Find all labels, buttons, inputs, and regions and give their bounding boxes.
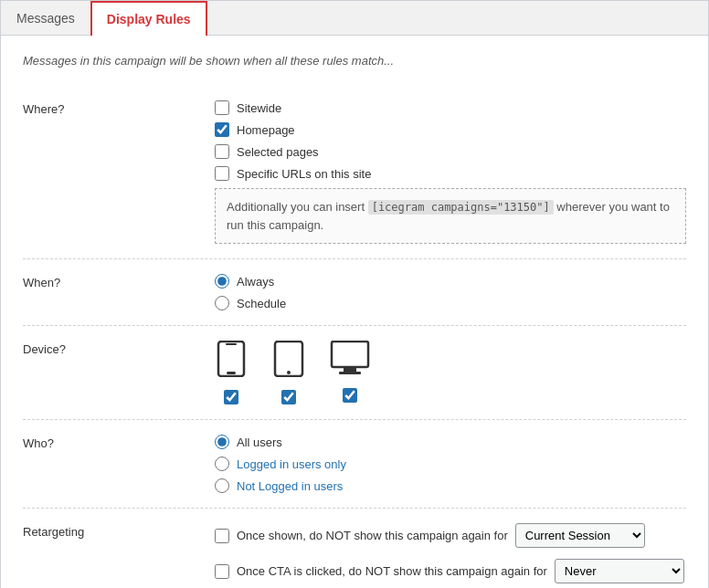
page-wrapper: Messages Display Rules Messages in this … bbox=[0, 0, 709, 588]
schedule-label[interactable]: Schedule bbox=[237, 297, 286, 310]
section-when: When? Always Schedule bbox=[23, 259, 686, 326]
who-option-not-logged-in: Not Logged in users bbox=[215, 478, 686, 493]
always-radio[interactable] bbox=[215, 274, 229, 289]
tabs-bar: Messages Display Rules bbox=[1, 1, 708, 36]
svg-rect-1 bbox=[227, 372, 236, 374]
section-who: Who? All users Logged in users only Not … bbox=[23, 420, 686, 509]
where-label: Where? bbox=[23, 100, 215, 244]
info-code: [icegram campaigns="13150"] bbox=[368, 200, 554, 215]
svg-rect-0 bbox=[218, 341, 244, 376]
specific-urls-label[interactable]: Specific URLs on this site bbox=[237, 167, 371, 181]
where-option-homepage: Homepage bbox=[215, 122, 686, 137]
retarget-1-label[interactable]: Once shown, do NOT show this campaign ag… bbox=[237, 529, 508, 542]
when-option-always: Always bbox=[215, 274, 686, 289]
sitewide-label[interactable]: Sitewide bbox=[237, 101, 281, 115]
all-users-radio[interactable] bbox=[215, 435, 229, 449]
mobile-icon bbox=[215, 341, 248, 384]
desktop-icon bbox=[330, 341, 370, 383]
svg-rect-2 bbox=[226, 343, 237, 345]
tab-display-rules[interactable]: Display Rules bbox=[90, 1, 207, 36]
device-tablet bbox=[273, 341, 304, 404]
svg-point-4 bbox=[287, 371, 291, 374]
device-controls bbox=[215, 341, 686, 404]
device-icons-row bbox=[215, 341, 686, 404]
when-option-schedule: Schedule bbox=[215, 296, 686, 310]
svg-rect-5 bbox=[332, 341, 368, 367]
where-option-specific-urls: Specific URLs on this site bbox=[215, 166, 686, 181]
retarget-2-select[interactable]: Never Current Session 1 Day 1 Week 1 Mon… bbox=[555, 559, 684, 583]
logged-in-radio[interactable] bbox=[215, 457, 229, 471]
always-label[interactable]: Always bbox=[237, 275, 274, 289]
device-mobile bbox=[215, 341, 248, 404]
specific-urls-checkbox[interactable] bbox=[215, 166, 229, 181]
device-label: Device? bbox=[23, 341, 215, 404]
desktop-checkbox[interactable] bbox=[343, 388, 357, 403]
who-option-all: All users bbox=[215, 435, 686, 449]
content-area: Messages in this campaign will be shown … bbox=[1, 36, 708, 588]
campaign-info-box: Additionally you can insert [icegram cam… bbox=[215, 188, 686, 244]
tablet-checkbox[interactable] bbox=[281, 390, 296, 404]
retarget-row-2: Once CTA is clicked, do NOT show this ca… bbox=[215, 559, 686, 583]
tab-messages[interactable]: Messages bbox=[1, 1, 90, 35]
section-retargeting: Retargeting Once shown, do NOT show this… bbox=[23, 509, 686, 588]
where-option-selected-pages: Selected pages bbox=[215, 144, 686, 159]
homepage-checkbox[interactable] bbox=[215, 122, 229, 137]
who-controls: All users Logged in users only Not Logge… bbox=[215, 435, 686, 493]
section-where: Where? Sitewide Homepage Selected pages … bbox=[23, 86, 686, 259]
when-label: When? bbox=[23, 274, 215, 310]
retargeting-label: Retargeting bbox=[23, 523, 215, 588]
retarget-row-1: Once shown, do NOT show this campaign ag… bbox=[215, 523, 686, 548]
schedule-radio[interactable] bbox=[215, 296, 229, 310]
retarget-2-checkbox[interactable] bbox=[215, 564, 229, 579]
svg-rect-7 bbox=[339, 372, 361, 374]
logged-in-label[interactable]: Logged in users only bbox=[237, 457, 346, 471]
who-label: Who? bbox=[23, 435, 215, 493]
where-controls: Sitewide Homepage Selected pages Specifi… bbox=[215, 100, 686, 244]
info-prefix: Additionally you can insert bbox=[227, 200, 368, 214]
selected-pages-label[interactable]: Selected pages bbox=[237, 145, 319, 159]
retarget-1-checkbox[interactable] bbox=[215, 529, 229, 543]
sitewide-checkbox[interactable] bbox=[215, 100, 229, 115]
when-controls: Always Schedule bbox=[215, 274, 686, 310]
tablet-icon bbox=[273, 341, 304, 384]
svg-rect-6 bbox=[344, 367, 356, 372]
device-desktop bbox=[330, 341, 370, 403]
not-logged-in-label[interactable]: Not Logged in users bbox=[237, 479, 343, 493]
section-device: Device? bbox=[23, 326, 686, 420]
homepage-label[interactable]: Homepage bbox=[237, 123, 295, 137]
not-logged-in-radio[interactable] bbox=[215, 478, 229, 493]
retargeting-controls: Once shown, do NOT show this campaign ag… bbox=[215, 523, 686, 588]
selected-pages-checkbox[interactable] bbox=[215, 144, 229, 159]
retarget-2-label[interactable]: Once CTA is clicked, do NOT show this ca… bbox=[237, 564, 547, 578]
description-text: Messages in this campaign will be shown … bbox=[23, 54, 686, 68]
where-option-sitewide: Sitewide bbox=[215, 100, 686, 115]
retarget-1-select[interactable]: Current Session 1 Day 1 Week 1 Month For… bbox=[515, 523, 645, 548]
mobile-checkbox[interactable] bbox=[224, 390, 238, 404]
all-users-label[interactable]: All users bbox=[237, 436, 282, 449]
who-option-logged-in: Logged in users only bbox=[215, 457, 686, 471]
